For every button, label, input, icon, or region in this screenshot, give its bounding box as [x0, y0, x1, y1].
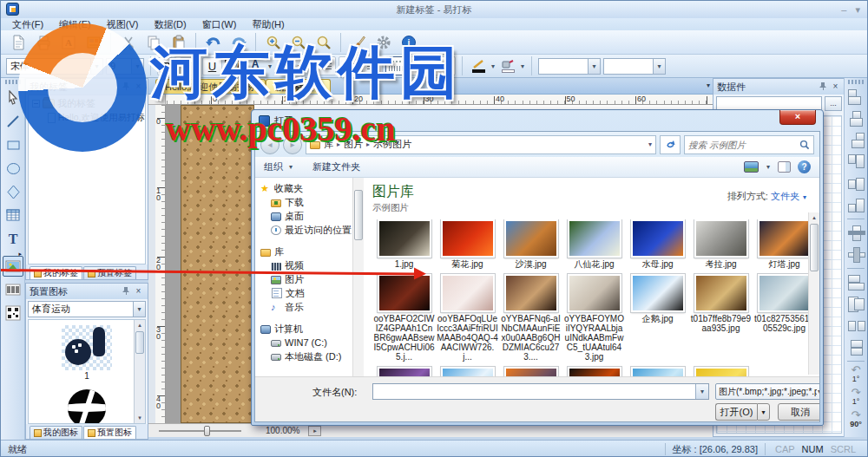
search-input[interactable]: [688, 140, 799, 150]
font-color-button[interactable]: A: [246, 57, 265, 75]
nav-item[interactable]: 视频: [260, 258, 352, 272]
breadcrumb[interactable]: 库▸ 图片▸ 示例图片 ▾: [306, 135, 656, 154]
redo-button[interactable]: [227, 31, 250, 53]
tab-preset-labels[interactable]: 预置标签: [83, 266, 136, 279]
open-button[interactable]: 打开(O) ▾: [715, 403, 770, 421]
text-tool[interactable]: T: [3, 228, 23, 249]
nav-item[interactable]: 桌面: [260, 209, 352, 223]
nav-item[interactable]: 文档: [260, 286, 352, 300]
menu-item[interactable]: 文件(F): [4, 18, 51, 30]
file-item[interactable]: t01b7ffe8b79e9aa935.jpg: [689, 274, 753, 362]
filename-input[interactable]: [373, 384, 695, 399]
chevron-down-icon[interactable]: ▾: [695, 384, 708, 399]
line-style-combo[interactable]: ▾: [603, 58, 666, 75]
chevron-down-icon[interactable]: ▾: [289, 163, 293, 171]
title-bar[interactable]: 新建标签 - 易打标 – ▾: [1, 1, 867, 18]
center-horizontally-button[interactable]: [846, 224, 865, 241]
breadcrumb-libraries[interactable]: 库: [324, 138, 333, 151]
font-preview-button[interactable]: A: [56, 31, 80, 53]
rotate-left-1-button[interactable]: ↶1°: [845, 366, 866, 387]
select-tool[interactable]: [3, 88, 23, 108]
file-item[interactable]: 考拉.jpg: [689, 219, 753, 269]
breadcrumb-pictures[interactable]: 图片: [344, 138, 363, 151]
help-icon[interactable]: ?: [798, 160, 811, 173]
zoom-slider[interactable]: [159, 430, 241, 432]
qrcode-tool[interactable]: [3, 303, 23, 323]
filetype-combo[interactable]: 图片(*.bmp;*.jpg;*.jpeg;*.png ▾: [715, 383, 820, 400]
equal-vertical-spacing-button[interactable]: [846, 338, 865, 356]
nav-item[interactable]: 本地磁盘 (D:): [260, 349, 352, 363]
document-tab-hello[interactable]: Hello,欢迎使用易打标: [155, 79, 266, 94]
nav-group-header[interactable]: 计算机: [260, 322, 352, 336]
align-right-button[interactable]: [362, 56, 383, 75]
file-thumbnail[interactable]: [758, 219, 812, 258]
tab-my-icons[interactable]: 我的图标: [30, 426, 82, 439]
file-item[interactable]: oYYBAFNq6-aINbCMAAunFiEx0u0AABg6QHDZMIAC…: [499, 274, 562, 362]
file-item[interactable]: 水母.jpg: [626, 219, 689, 269]
file-item[interactable]: 灯塔.jpg: [753, 219, 816, 269]
align-center-button[interactable]: [339, 56, 359, 75]
preset-icon-bowling[interactable]: 1: [59, 325, 115, 381]
close-icon[interactable]: ×: [133, 286, 144, 297]
bold-button[interactable]: B: [157, 57, 177, 75]
tab-list-dropdown-icon[interactable]: ▾: [707, 82, 710, 89]
file-thumbnail[interactable]: [441, 219, 495, 258]
ellipse-tool[interactable]: [3, 158, 23, 179]
file-item[interactable]: t01c82753561305529c.jpg: [753, 274, 816, 362]
change-view-icon[interactable]: [744, 161, 759, 173]
undo-button[interactable]: [201, 31, 225, 53]
file-thumbnail[interactable]: [631, 274, 685, 312]
close-icon[interactable]: ×: [133, 82, 144, 93]
file-item[interactable]: 菊花.jpg: [436, 219, 499, 269]
underline-button[interactable]: U: [202, 57, 222, 75]
label-setup-button[interactable]: [82, 31, 105, 53]
file-thumbnail[interactable]: [694, 274, 748, 312]
tab-preset-icons[interactable]: 预置图标: [83, 426, 136, 439]
wordart-button[interactable]: W: [225, 58, 243, 75]
nav-item[interactable]: 最近访问的位置: [260, 223, 352, 237]
nav-item[interactable]: WIN7 (C:): [260, 336, 352, 349]
cut-button[interactable]: [116, 31, 140, 53]
align-left-edges-button[interactable]: [846, 88, 865, 105]
file-item[interactable]: 沙漠.jpg: [499, 219, 562, 269]
address-dropdown-icon[interactable]: ▾: [648, 140, 652, 148]
zoom-fit-button[interactable]: ▸: [308, 426, 321, 436]
pin-icon[interactable]: [819, 82, 830, 93]
align-center-vertical-button[interactable]: [846, 109, 865, 127]
file-thumbnail[interactable]: [504, 274, 558, 312]
chevron-down-icon[interactable]: ▾: [268, 62, 272, 70]
nav-scrollbar[interactable]: [352, 178, 364, 376]
center-vertically-button[interactable]: [846, 245, 865, 263]
icon-category-combo[interactable]: 体育运动▾: [28, 301, 146, 317]
table-tool[interactable]: [3, 205, 23, 225]
toolbox-grip[interactable]: [5, 80, 21, 84]
zoom-slider-thumb[interactable]: [204, 426, 210, 436]
new-folder-button[interactable]: 新建文件夹: [312, 160, 360, 173]
font-size-combo[interactable]: 9▾: [106, 58, 144, 75]
diamond-tool[interactable]: [3, 181, 23, 202]
filename-combo[interactable]: ▾: [372, 383, 709, 400]
scrollbar-thumb[interactable]: [135, 331, 144, 354]
browse-data-button[interactable]: ...: [825, 96, 842, 111]
file-thumbnail[interactable]: [378, 274, 431, 312]
rectangle-tool[interactable]: [3, 134, 23, 155]
file-item[interactable]: [562, 367, 626, 376]
nav-group-header[interactable]: 库: [260, 245, 352, 258]
info-button[interactable]: i: [397, 31, 420, 53]
dialog-close-button[interactable]: ×: [779, 110, 816, 125]
file-thumbnail[interactable]: [568, 367, 621, 376]
minimize-button[interactable]: –: [841, 4, 846, 16]
menu-item[interactable]: 视图(V): [99, 18, 147, 30]
chevron-down-icon[interactable]: ▾: [521, 62, 524, 70]
pin-icon[interactable]: [122, 82, 133, 93]
arrange-by-control[interactable]: 排列方式: 文件夹 ▾: [727, 183, 807, 203]
file-thumbnail[interactable]: [504, 367, 558, 376]
line-color-button[interactable]: [469, 57, 488, 75]
file-thumbnail[interactable]: [631, 219, 685, 258]
file-thumbnail[interactable]: [504, 219, 558, 258]
tree-root-row[interactable]: 我的标签: [29, 95, 145, 110]
file-item[interactable]: ooYBAFO2CIWIZ4GPAAh1CnBR6gwAABsewI5CpwAC…: [372, 274, 436, 362]
file-item[interactable]: 八仙花.jpg: [562, 219, 626, 269]
menu-item[interactable]: 数据(D): [146, 18, 194, 30]
same-size-button[interactable]: [846, 295, 865, 312]
